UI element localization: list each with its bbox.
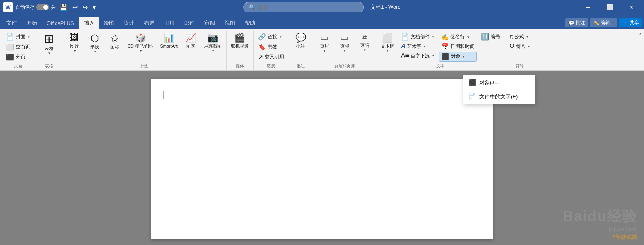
tab-help[interactable]: 帮助 — [240, 17, 260, 29]
crossref-button[interactable]: ↗ 交叉引用 — [256, 52, 286, 62]
chart-button[interactable]: 📈 图表 — [182, 32, 200, 50]
icon-icon: ✩ — [111, 33, 119, 43]
textbox-button[interactable]: ⬜ 文本框▾ — [379, 32, 396, 55]
search-input[interactable] — [258, 4, 359, 10]
datetime-button[interactable]: 📅 日期和时间 — [439, 42, 477, 51]
tab-home[interactable]: 开始 — [22, 17, 42, 29]
edit-button[interactable]: ✏️ 编辑 ▾ — [590, 18, 617, 27]
object-icon: ⬛ — [441, 53, 449, 60]
watermark-game: 7号游戏网 — [563, 234, 638, 241]
ribbon-group-links: 🔗 链接▾ 🔖 书签 ↗ 交叉引用 链接 — [254, 31, 289, 70]
ribbon-collapse-button[interactable]: ∧ — [638, 31, 642, 70]
comment-ribbon-button[interactable]: 💬 批注 — [292, 32, 310, 50]
cursor-horizontal — [203, 118, 213, 118]
textfromfile-menu-icon: 📄 — [468, 93, 476, 100]
ribbon-group-pages: 📄 封面▾ ⬜ 空白页 ⬛ 分页 页面 — [2, 31, 35, 70]
ribbon-content: 📄 封面▾ ⬜ 空白页 ⬛ 分页 页面 ⊞ 表格▾ 表格 — [0, 29, 644, 71]
minimize-button[interactable]: ─ — [579, 0, 597, 15]
header-footer-group-label: 页眉和页脚 — [316, 63, 374, 70]
tab-design[interactable]: 设计 — [119, 17, 139, 29]
search-box[interactable]: 🔍 — [243, 2, 364, 12]
tab-insert[interactable]: 插入 — [79, 17, 99, 29]
title-bar: W 自动保存 关 💾 ↩ ↪ ▾ 🔍 文档1 - Word ─ ⬜ ✕ — [0, 0, 644, 15]
table-button[interactable]: ⊞ 表格▾ — [40, 32, 58, 57]
picture-icon: 🖼 — [70, 33, 79, 42]
comment-button[interactable]: 💬 批注 — [565, 18, 588, 27]
ribbon-group-illustrations: 🖼 图片▾ ⬡ 形状▾ ✩ 图标 🎲 3D 模{"\n"}型▾ 📊 SmartA… — [63, 31, 227, 70]
textbox-icon: ⬜ — [382, 33, 393, 42]
screenshot-button[interactable]: 📷 屏幕截图▾ — [202, 32, 224, 55]
tab-review[interactable]: 审阅 — [200, 17, 220, 29]
tab-layout[interactable]: 布局 — [139, 17, 159, 29]
page-break-button[interactable]: ⬛ 分页 — [4, 52, 32, 62]
watermark-main: Baidu经验 — [563, 207, 638, 226]
cover-icon: 📄 — [6, 33, 14, 41]
tab-view[interactable]: 视图 — [220, 17, 240, 29]
link-button[interactable]: 🔗 链接▾ — [256, 32, 286, 42]
pageno-icon: # — [362, 33, 367, 42]
wordart-button[interactable]: A 艺术字▾ — [399, 42, 436, 51]
crossref-icon: ↗ — [258, 53, 263, 61]
shape-button[interactable]: ⬡ 形状▾ — [86, 32, 103, 56]
customize-button[interactable]: ▾ — [91, 3, 97, 12]
tab-mailings[interactable]: 邮件 — [180, 17, 200, 29]
footer-button[interactable]: ▭ 页脚▾ — [336, 32, 353, 55]
picture-button[interactable]: 🖼 图片▾ — [66, 32, 83, 55]
object-menu-item[interactable]: ⬛ 对象(J)... — [463, 75, 535, 89]
signline-icon: ✍ — [441, 33, 449, 41]
wordart-icon: A — [401, 43, 406, 50]
tab-officeplus[interactable]: OfficePLUS — [42, 17, 79, 29]
docparts-icon: 📄 — [401, 33, 409, 41]
restore-button[interactable]: ⬜ — [601, 0, 619, 15]
object-button[interactable]: ⬛ 对象▾ — [439, 52, 477, 62]
fieldno-button[interactable]: 🔢 编号 — [479, 32, 502, 42]
undo-button[interactable]: ↩ — [71, 3, 79, 12]
shape-icon: ⬡ — [91, 33, 99, 43]
tab-references[interactable]: 引用 — [159, 17, 180, 29]
blank-page-icon: ⬜ — [6, 43, 14, 51]
pageno-button[interactable]: # 页码▾ — [356, 32, 374, 54]
watermark: Baidu经验 jingyan.baidu 7号游戏网 — [556, 200, 644, 245]
cover-button[interactable]: 📄 封面▾ — [4, 32, 32, 42]
close-button[interactable]: ✕ — [622, 0, 641, 15]
blank-page-button[interactable]: ⬜ 空白页 — [4, 42, 32, 52]
symbol-button[interactable]: Ω 符号▾ — [508, 42, 532, 51]
screenshot-icon: 📷 — [207, 33, 218, 42]
cursor-vertical — [208, 115, 208, 121]
docparts-button[interactable]: 📄 文档部件▾ — [399, 32, 436, 42]
illustrations-group-label: 插图 — [66, 63, 224, 70]
signline-button[interactable]: ✍ 签名行▾ — [439, 32, 477, 42]
footer-icon: ▭ — [340, 33, 349, 42]
watermark-sub: jingyan.baidu — [563, 226, 638, 232]
pages-group-label: 页面 — [4, 63, 32, 70]
autosave-toggle[interactable] — [36, 4, 49, 10]
text-group-label: 文本 — [379, 63, 502, 70]
share-button[interactable]: 👤 共享 — [619, 18, 642, 27]
3d-button[interactable]: 🎲 3D 模{"\n"}型▾ — [126, 32, 155, 55]
icon-button[interactable]: ✩ 图标 — [106, 32, 124, 51]
textfromfile-menu-item[interactable]: 📄 文件中的文字(E)... — [463, 89, 535, 104]
object-menu-icon: ⬛ — [468, 79, 476, 86]
dropcap-button[interactable]: A≡ 首字下沉▾ — [399, 51, 436, 60]
tab-draw[interactable]: 绘图 — [99, 17, 119, 29]
smartart-button[interactable]: 📊 SmartArt — [158, 32, 179, 50]
table-icon: ⊞ — [44, 33, 54, 45]
ribbon-group-media: 🎬 联机视频 媒体 — [227, 31, 254, 70]
header-icon: ▭ — [320, 33, 328, 42]
comment-ribbon-icon: 💬 — [295, 33, 306, 42]
link-icon: 🔗 — [258, 33, 266, 41]
bookmark-button[interactable]: 🔖 书签 — [256, 42, 286, 52]
redo-button[interactable]: ↪ — [81, 3, 89, 12]
search-icon: 🔍 — [248, 4, 255, 10]
chart-icon: 📈 — [185, 33, 196, 42]
header-button[interactable]: ▭ 页眉▾ — [316, 32, 333, 55]
document-page — [151, 79, 493, 239]
object-dropdown-menu: ⬛ 对象(J)... 📄 文件中的文字(E)... — [463, 75, 535, 104]
title-text: 文档1 - Word — [370, 4, 401, 11]
tab-file[interactable]: 文件 — [2, 17, 22, 29]
video-button[interactable]: 🎬 联机视频 — [229, 32, 251, 50]
ribbon-tabs: 文件 开始 OfficePLUS 插入 绘图 设计 布局 引用 邮件 审阅 视图… — [0, 15, 644, 29]
save-button[interactable]: 💾 — [58, 3, 69, 12]
equation-button[interactable]: π 公式▾ — [508, 32, 532, 41]
symbols-group-label: 符号 — [508, 63, 532, 70]
